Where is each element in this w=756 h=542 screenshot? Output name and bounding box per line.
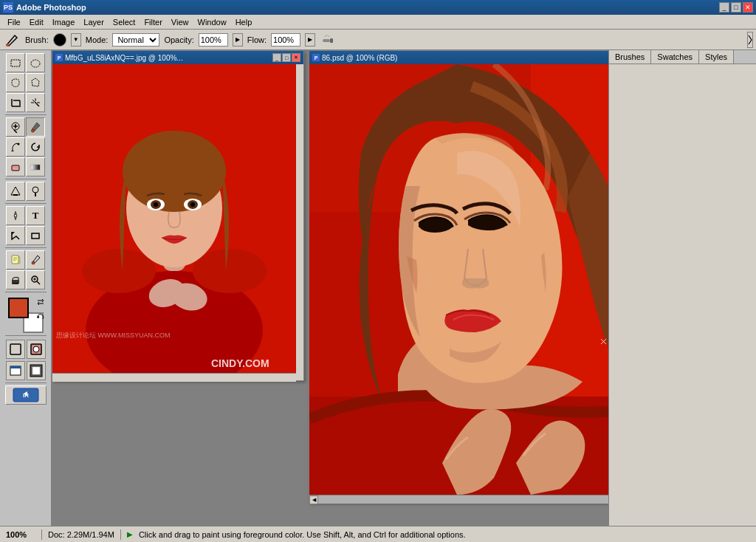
tool-row-3 [6, 93, 45, 112]
svg-rect-49 [32, 367, 40, 374]
doc-maximize-1[interactable]: □ [282, 53, 291, 62]
quick-mask-button[interactable] [27, 340, 46, 359]
clone-tool[interactable] [6, 137, 25, 157]
doc-hscroll-2: ◀ ▶ [309, 495, 608, 504]
menu-item-edit[interactable]: Edit [25, 16, 48, 28]
status-arrow-icon: ▶ [127, 530, 133, 538]
zoom-level: 100% [6, 530, 35, 539]
color-swatches[interactable] [8, 298, 44, 333]
pen-tool[interactable] [6, 206, 25, 225]
minimize-button[interactable]: _ [719, 2, 729, 13]
options-bar: Brush: ▼ Mode: Normal Multiply Screen Op… [0, 30, 756, 50]
opacity-arrow[interactable]: ▶ [233, 33, 243, 47]
marquee-ellip-tool[interactable] [26, 53, 45, 72]
reset-colors-icon[interactable] [36, 312, 45, 321]
doc-icon-1: P [55, 54, 63, 61]
doc-title-left-1: P MfbG_uLS8iAxNQ==.jpg @ 100%... [55, 54, 183, 62]
doc-close-1[interactable]: ✕ [292, 53, 300, 62]
svg-point-66 [190, 202, 195, 207]
svg-point-22 [32, 129, 35, 132]
brushes-grid [612, 67, 753, 73]
tool-row-5 [6, 137, 45, 157]
maximize-button[interactable]: □ [731, 2, 741, 13]
eraser-tool[interactable] [6, 157, 25, 176]
menu-item-image[interactable]: Image [48, 16, 80, 28]
jump-row: IR [5, 385, 47, 405]
notes-tool[interactable] [6, 250, 25, 270]
doc-minimize-1[interactable]: _ [272, 53, 281, 62]
menu-item-window[interactable]: Window [193, 16, 231, 28]
shape-tool[interactable] [26, 226, 45, 245]
text-tool[interactable]: T [26, 206, 45, 225]
scroll-left-2[interactable]: ◀ [309, 495, 318, 504]
tool-row-7 [6, 182, 45, 201]
menu-item-select[interactable]: Select [109, 16, 140, 28]
tab-swatches[interactable]: Swatches [651, 50, 699, 64]
history-brush-tool[interactable] [26, 137, 45, 157]
flow-arrow[interactable]: ▶ [305, 33, 315, 47]
svg-rect-32 [32, 233, 39, 239]
gradient-tool[interactable] [26, 157, 45, 176]
doc-titlebar-2[interactable]: P 86.psd @ 100% (RGB) _ □ ✕ [309, 51, 608, 64]
svg-rect-24 [12, 165, 19, 171]
tool-separator-2 [5, 179, 47, 179]
swap-colors-icon[interactable] [36, 298, 45, 306]
panel-toggle-button[interactable] [747, 32, 753, 48]
dodge-tool[interactable] [26, 182, 45, 201]
menu-item-layer[interactable]: Layer [79, 16, 109, 28]
close-button[interactable]: ✕ [743, 2, 753, 13]
menu-item-filter[interactable]: Filter [140, 16, 166, 28]
brush-dropdown-arrow[interactable]: ▼ [71, 33, 81, 47]
doc-canvas-area-2: ▲ ▼ [309, 64, 608, 495]
foreground-color-swatch[interactable] [8, 298, 29, 318]
hand-tool[interactable] [6, 270, 25, 289]
doc-titlebar-1[interactable]: P MfbG_uLS8iAxNQ==.jpg @ 100%... _ □ ✕ [52, 51, 303, 64]
tab-brushes[interactable]: Brushes [609, 50, 651, 64]
main-area: T [0, 50, 756, 526]
doc-controls-1: _ □ ✕ [272, 53, 300, 62]
title-bar-controls: _ □ ✕ [719, 2, 753, 13]
eyedropper-tool[interactable] [26, 250, 45, 270]
brush-tool[interactable] [26, 117, 45, 137]
menu-item-file[interactable]: File [3, 16, 25, 28]
jump-to-imageready-button[interactable]: IR [5, 385, 47, 405]
doc-title-text-1: MfbG_uLS8iAxNQ==.jpg @ 100%... [65, 54, 183, 62]
svg-point-30 [15, 215, 17, 217]
crop-tool[interactable] [6, 93, 25, 112]
mode-dropdown[interactable]: Normal Multiply Screen [112, 33, 159, 47]
tab-styles[interactable]: Styles [699, 50, 734, 64]
svg-text:CINDY.COM: CINDY.COM [211, 357, 269, 369]
menu-item-view[interactable]: View [167, 16, 193, 28]
brush-preview[interactable] [53, 33, 66, 47]
flow-label: Flow: [247, 35, 267, 44]
doc-title-text-2: 86.psd @ 100% (RGB) [322, 54, 397, 62]
marquee-rect-tool[interactable] [6, 53, 25, 72]
svg-line-5 [329, 35, 329, 37]
tool-row-8: T [6, 206, 45, 225]
tool-separator-6 [5, 335, 47, 336]
svg-point-7 [31, 60, 40, 67]
heal-tool[interactable] [6, 117, 25, 137]
tool-row-9 [6, 226, 45, 245]
standard-mode-button[interactable] [6, 340, 25, 359]
screen-mode-buttons [6, 361, 46, 380]
svg-point-65 [154, 202, 158, 207]
opacity-input[interactable]: 100% [199, 33, 228, 47]
title-bar: PS Adobe Photoshop _ □ ✕ [0, 0, 756, 15]
tool-row-1 [6, 53, 45, 72]
fullscreen-button[interactable] [27, 361, 46, 380]
painted-portrait-svg [309, 64, 608, 495]
blur-tool[interactable] [6, 182, 25, 201]
brush-label: Brush: [25, 35, 49, 44]
path-select-tool[interactable] [6, 226, 25, 245]
flow-input[interactable]: 100% [271, 33, 300, 47]
svg-point-37 [32, 261, 35, 264]
lasso-tool[interactable] [6, 73, 25, 92]
poly-lasso-tool[interactable] [26, 73, 45, 92]
magic-wand-tool[interactable] [26, 93, 45, 112]
airbrush-button[interactable] [320, 32, 336, 48]
standard-screen-button[interactable] [6, 361, 25, 380]
document-window-1: P MfbG_uLS8iAxNQ==.jpg @ 100%... _ □ ✕ [52, 50, 304, 381]
zoom-tool[interactable] [26, 270, 45, 289]
menu-item-help[interactable]: Help [231, 16, 257, 28]
